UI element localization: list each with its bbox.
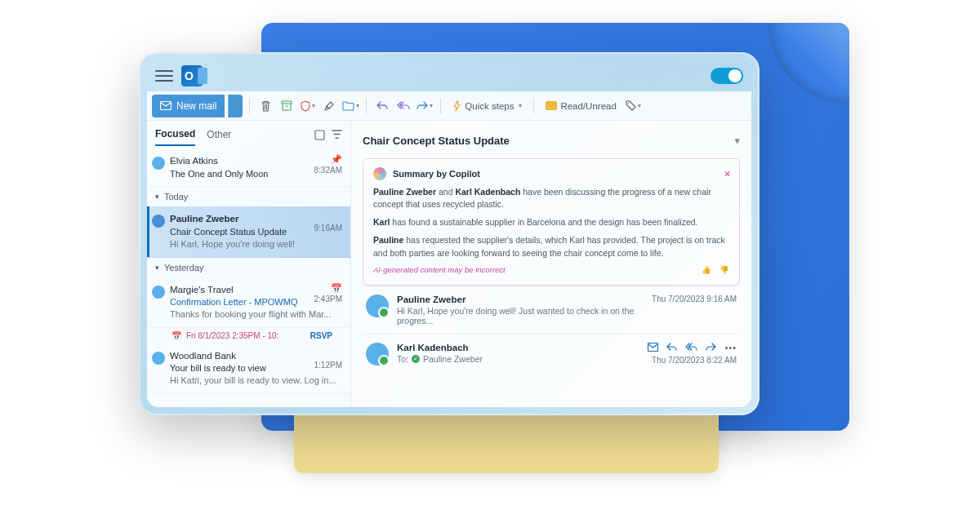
- avatar: [152, 157, 165, 170]
- quick-steps-button[interactable]: Quick steps ▾: [448, 95, 527, 117]
- chevron-down-icon: ▾: [155, 193, 159, 201]
- archive-button[interactable]: [278, 97, 296, 115]
- tab-focused[interactable]: Focused: [155, 123, 195, 146]
- reply-all-icon[interactable]: [685, 343, 697, 352]
- mail-time: 2:43PM: [314, 294, 342, 305]
- svg-rect-2: [546, 102, 557, 110]
- theme-toggle[interactable]: [710, 68, 743, 84]
- report-button[interactable]: ▾: [299, 97, 317, 115]
- subject-text: Chair Concept Status Update: [363, 135, 510, 147]
- separator: [366, 98, 367, 114]
- copilot-title: Summary by Copilot: [393, 167, 480, 181]
- copilot-footer: AI-generated content may be incorrect 👍 …: [373, 264, 729, 276]
- more-icon[interactable]: •••: [724, 343, 737, 352]
- forward-button[interactable]: ▾: [416, 97, 434, 115]
- copilot-paragraph: Karl has found a sustainable supplier in…: [373, 216, 729, 229]
- tab-other[interactable]: Other: [207, 124, 231, 145]
- title-bar: [147, 60, 751, 91]
- forward-icon: [416, 101, 428, 110]
- chevron-down-icon: ▾: [519, 102, 522, 109]
- new-mail-dropdown[interactable]: ▾: [228, 95, 243, 117]
- group-label: Yesterday: [164, 263, 204, 273]
- chevron-down-icon: ▾: [430, 102, 433, 109]
- reply-icon[interactable]: [666, 343, 677, 352]
- svg-rect-4: [315, 131, 324, 140]
- chevron-down-icon: ▾: [312, 102, 315, 109]
- avatar: [366, 343, 389, 366]
- move-button[interactable]: ▾: [341, 97, 359, 115]
- thread-time: Thu 7/20/2023 8:22 AM: [648, 356, 737, 365]
- shield-icon: [301, 100, 310, 112]
- mail-time: 8:32AM: [314, 165, 342, 176]
- rsvp-button[interactable]: RSVP: [310, 331, 332, 340]
- thread-message[interactable]: Pauline Zweber Hi Karl, Hope you're doin…: [363, 286, 740, 334]
- thread-time: Thu 7/20/2023 9:16 AM: [652, 295, 737, 326]
- mail-preview: Hi Katri, your bill is ready to view. Lo…: [170, 374, 342, 387]
- verified-icon: ✓: [412, 355, 420, 363]
- reply-all-button[interactable]: [394, 97, 412, 115]
- app-screen: New mail ▾ ▾ ▾ ▾: [147, 60, 751, 407]
- close-icon[interactable]: ✕: [724, 167, 731, 181]
- sweep-button[interactable]: [320, 97, 338, 115]
- separator: [440, 98, 441, 114]
- forward-icon[interactable]: [706, 343, 716, 352]
- content-area: Focused Other 📌 Elvia Atkins The One and…: [147, 121, 751, 407]
- mail-icon: [160, 101, 172, 110]
- pin-icon[interactable]: 📌: [331, 153, 342, 166]
- thumbs-down-icon[interactable]: 👎: [719, 264, 729, 276]
- message-list-pane: Focused Other 📌 Elvia Atkins The One and…: [147, 121, 351, 407]
- hamburger-menu-icon[interactable]: [155, 70, 173, 82]
- chevron-down-icon: ▾: [235, 102, 238, 109]
- avatar: [152, 215, 165, 228]
- chevron-down-icon: ▾: [155, 264, 159, 272]
- tag-button[interactable]: ▾: [625, 97, 643, 115]
- open-icon[interactable]: [648, 343, 658, 352]
- mail-item[interactable]: Pauline Zweber Chair Concept Status Upda…: [147, 206, 350, 257]
- envelope-icon: [546, 101, 557, 110]
- copilot-summary-card: ✕ Summary by Copilot Pauline Zweber and …: [363, 158, 740, 286]
- svg-point-3: [628, 103, 630, 104]
- collapse-icon[interactable]: ▾: [735, 135, 740, 146]
- reading-pane: Chair Concept Status Update ▾ ✕ Summary …: [351, 121, 751, 407]
- read-unread-label: Read/Unread: [560, 101, 616, 111]
- new-mail-button[interactable]: New mail: [152, 95, 225, 117]
- separator: [249, 98, 250, 114]
- calendar-icon: 📅: [172, 331, 181, 340]
- filter-icon[interactable]: [332, 130, 342, 140]
- calendar-icon: 📅: [331, 282, 342, 295]
- separator: [533, 98, 534, 114]
- reply-icon: [376, 101, 388, 110]
- chevron-down-icon: ▾: [356, 102, 359, 109]
- group-yesterday[interactable]: ▾ Yesterday: [147, 258, 350, 277]
- group-label: Today: [164, 192, 188, 202]
- thread-message[interactable]: Karl Kadenbach To: ✓ Pauline Zweber •••: [363, 334, 740, 374]
- mail-time: 1:12PM: [314, 360, 342, 371]
- copilot-paragraph: Pauline Zweber and Karl Kadenbach have b…: [373, 186, 729, 212]
- subject-header: Chair Concept Status Update ▾: [363, 129, 740, 152]
- copilot-paragraph: Pauline has requested the supplier's det…: [373, 234, 729, 260]
- thumbs-up-icon[interactable]: 👍: [702, 264, 711, 276]
- avatar: [366, 295, 389, 317]
- rsvp-row: 📅 Fri 8/1/2023 2:35PM - 10: RSVP: [147, 328, 350, 343]
- ribbon-toolbar: New mail ▾ ▾ ▾ ▾: [147, 91, 751, 121]
- svg-rect-1: [282, 101, 292, 104]
- thread-recipients: To: ✓ Pauline Zweber: [397, 354, 648, 364]
- new-mail-label: New mail: [176, 100, 216, 112]
- copilot-icon: [373, 167, 386, 180]
- select-mode-icon[interactable]: [314, 130, 325, 140]
- delete-button[interactable]: [256, 97, 274, 115]
- mail-item[interactable]: 📌 Elvia Atkins The One and Only Moon 8:3…: [147, 148, 350, 187]
- thread-sender: Karl Kadenbach: [397, 343, 648, 352]
- trash-icon: [261, 100, 271, 112]
- group-today[interactable]: ▾ Today: [147, 187, 350, 206]
- thread-sender: Pauline Zweber: [397, 295, 652, 304]
- outlook-logo: [181, 65, 203, 86]
- reply-button[interactable]: [373, 97, 391, 115]
- read-unread-button[interactable]: Read/Unread: [541, 95, 621, 117]
- lightning-icon: [452, 100, 461, 112]
- message-actions: •••: [648, 343, 737, 352]
- mail-preview: Thanks for booking your flight with Mar.…: [170, 308, 342, 321]
- mail-item[interactable]: Woodland Bank Your bill is ready to view…: [147, 343, 350, 394]
- archive-icon: [281, 100, 292, 111]
- mail-item[interactable]: 📅 Margie's Travel Confirmation Letter - …: [147, 277, 350, 328]
